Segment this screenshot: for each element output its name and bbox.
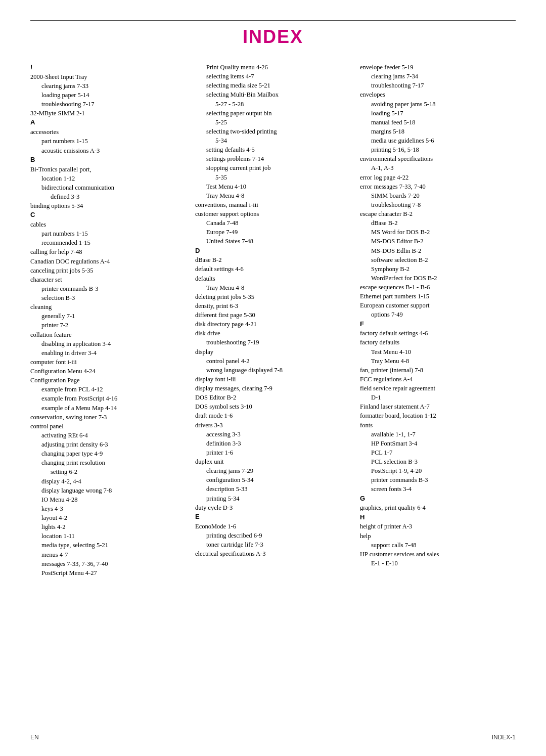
index-entry-2-18: MS Word for DOS B-2	[360, 228, 516, 237]
index-entry-2-30: factory defaults	[360, 338, 516, 347]
index-entry-1-6: 5-25	[195, 118, 351, 127]
index-entry-1-12: 5-35	[195, 173, 351, 182]
index-entry-1-46: description 5-33	[195, 484, 351, 494]
index-entry-2-11: A-1, A-3	[360, 163, 516, 172]
index-entry-2-6: manual feed 5-18	[360, 118, 516, 127]
index-entry-1-42: printer 1-6	[195, 448, 351, 457]
index-entry-1-10: settings problems 7-14	[195, 154, 351, 163]
index-entry-0-11: Bi-Tronics parallel port,	[30, 165, 186, 174]
index-entry-1-28: disk directory page 4-21	[195, 320, 351, 329]
index-entry-0-4: troubleshooting 7-17	[30, 100, 186, 109]
index-entry-0-43: changing print resolution	[30, 458, 186, 467]
index-entry-1-17: Canada 7-48	[195, 218, 351, 228]
index-entry-2-20: MS-DOS Edlin B-2	[360, 246, 516, 255]
index-entry-0-26: cleaning	[30, 302, 186, 312]
index-entry-1-5: selecting paper output bin	[195, 109, 351, 118]
index-entry-1-44: clearing jams 7-29	[195, 466, 351, 475]
index-entry-0-54: messages 7-33, 7-36, 7-40	[30, 559, 186, 568]
index-letter-B: B	[30, 156, 35, 163]
index-entry-0-2: clearing jams 7-33	[30, 81, 186, 91]
index-entry-0-33: Configuration Menu 4-24	[30, 367, 186, 376]
index-entry-2-39: fonts	[360, 421, 516, 430]
index-entry-1-40: accessing 3-3	[195, 430, 351, 439]
index-entry-0-24: printer commands B-3	[30, 284, 186, 293]
index-entry-0-21: Canadian DOC regulations A-4	[30, 257, 186, 266]
index-entry-0-12: location 1-12	[30, 174, 186, 183]
index-entry-2-2: troubleshooting 7-17	[360, 81, 516, 90]
index-entry-0-23: character set	[30, 275, 186, 284]
index-entry-2-44: PostScript 1-9, 4-20	[360, 466, 516, 475]
index-entry-0-9: acoustic emissions A-3	[30, 146, 186, 155]
index-entry-1-41: definition 3-3	[195, 439, 351, 448]
index-entry-1-0: Print Quality menu 4-26	[195, 63, 351, 72]
index-entry-0-30: disabling in application 3-4	[30, 339, 186, 348]
index-entry-1-4: 5-27 - 5-28	[195, 100, 351, 109]
index-entry-2-0: envelope feeder 5-19	[360, 63, 516, 72]
index-entry-1-9: setting defaults 4-5	[195, 145, 351, 154]
index-entry-0-18: part numbers 1-15	[30, 229, 186, 238]
index-entry-2-17: dBase B-2	[360, 218, 516, 228]
index-entry-2-27: options 7-49	[360, 310, 516, 319]
index-entry-0-49: layout 4-2	[30, 513, 186, 522]
index-entry-1-31: display	[195, 347, 351, 357]
title-section: INDEX	[30, 21, 516, 48]
index-entry-1-51: printing described 6-9	[195, 531, 351, 540]
column-1: !2000-Sheet Input Trayclearing jams 7-33…	[30, 63, 195, 577]
index-entry-1-43: duplex unit	[195, 457, 351, 466]
index-letter-G: G	[360, 495, 365, 502]
column-3: envelope feeder 5-19clearing jams 7-34tr…	[360, 63, 516, 577]
index-entry-1-19: United States 7-48	[195, 237, 351, 246]
index-entry-2-42: PCL 1-7	[360, 448, 516, 457]
index-entry-1-23: defaults	[195, 274, 351, 283]
index-entry-0-7: accessories	[30, 127, 186, 137]
index-letter-C: C	[30, 211, 35, 218]
index-entry-2-21: software selection B-2	[360, 255, 516, 264]
index-entry-2-4: avoiding paper jams 5-18	[360, 100, 516, 109]
index-entry-0-3: loading paper 5-14	[30, 91, 186, 100]
index-entry-1-2: selecting media size 5-21	[195, 81, 351, 90]
index-entry-2-7: margins 5-18	[360, 127, 516, 136]
index-entry-0-36: example from PostScript 4-16	[30, 394, 186, 403]
index-entry-2-10: environmental specifications	[360, 154, 516, 163]
index-entry-2-29: factory default settings 4-6	[360, 329, 516, 338]
index-entry-2-46: screen fonts 3-4	[360, 484, 516, 494]
index-entry-0-53: menus 4-7	[30, 550, 186, 559]
index-entry-0-51: location 1-11	[30, 531, 186, 541]
index-entry-1-38: draft mode 1-6	[195, 411, 351, 420]
index-entry-0-31: enabling in driver 3-4	[30, 348, 186, 358]
index-entry-0-20: calling for help 7-48	[30, 247, 186, 256]
footer-left: EN	[30, 734, 39, 741]
index-entry-2-38: formatter board, location 1-12	[360, 411, 516, 420]
index-entry-1-50: EconoMode 1-6	[195, 522, 351, 531]
index-entry-2-15: troubleshooting 7-8	[360, 200, 516, 209]
index-entry-2-40: available 1-1, 1-7	[360, 430, 516, 439]
index-entry-2-52: support calls 7-48	[360, 541, 516, 550]
index-entry-0-1: 2000-Sheet Input Tray	[30, 72, 186, 81]
content-area: !2000-Sheet Input Trayclearing jams 7-33…	[30, 63, 516, 577]
column-2: Print Quality menu 4-26selecting items 4…	[195, 63, 360, 577]
index-entry-0-8: part numbers 1-15	[30, 137, 186, 146]
index-entry-0-46: display language wrong 7-8	[30, 486, 186, 495]
index-entry-0-41: adjusting print density 6-3	[30, 440, 186, 449]
index-entry-2-35: field service repair agreement	[360, 384, 516, 393]
index-entry-2-43: PCL selection B-3	[360, 457, 516, 466]
index-entry-1-25: deleting print jobs 5-35	[195, 292, 351, 301]
index-entry-2-22: Symphony B-2	[360, 264, 516, 274]
index-entry-0-42: changing paper type 4-9	[30, 449, 186, 458]
index-entry-1-35: display messages, clearing 7-9	[195, 384, 351, 393]
page: INDEX !2000-Sheet Input Trayclearing jam…	[0, 0, 546, 756]
index-entry-0-35: example from PCL 4-12	[30, 385, 186, 394]
index-entry-2-1: clearing jams 7-34	[360, 72, 516, 81]
index-entry-0-44: setting 6-2	[30, 467, 186, 476]
index-entry-0-5: 32-MByte SIMM 2-1	[30, 109, 186, 118]
index-entry-1-21: dBase B-2	[195, 255, 351, 264]
index-letter-H: H	[360, 513, 365, 521]
index-entry-2-26: European customer support	[360, 301, 516, 310]
index-letter-F: F	[360, 320, 364, 328]
footer-right: INDEX-1	[492, 734, 516, 741]
index-entry-1-11: stopping current print job	[195, 163, 351, 172]
index-entry-0-37: example of a Menu Map 4-14	[30, 404, 186, 413]
index-letter-A: A	[30, 118, 35, 126]
index-entry-1-47: printing 5-34	[195, 494, 351, 503]
index-entry-2-14: SIMM boards 7-20	[360, 191, 516, 200]
